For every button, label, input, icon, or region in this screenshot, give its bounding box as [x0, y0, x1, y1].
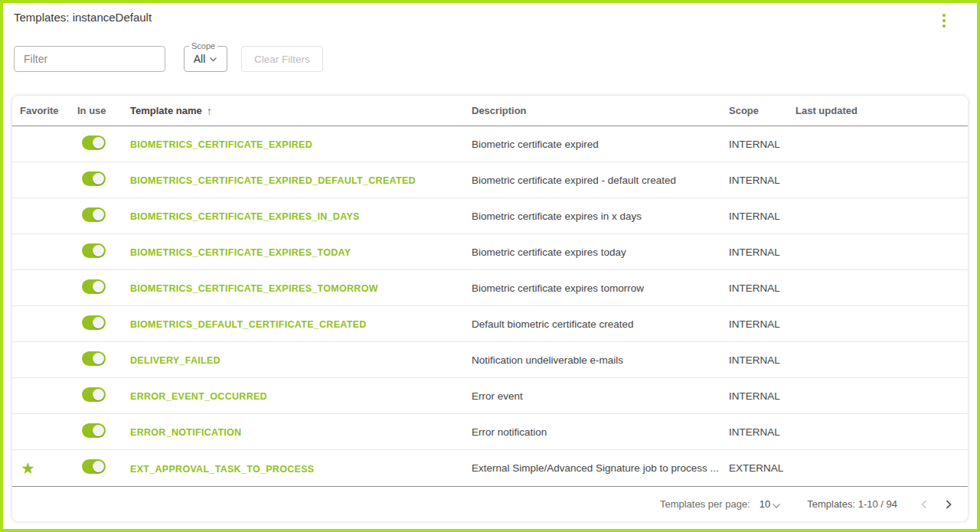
- favorite-cell: [20, 387, 77, 404]
- row-description: Biometric certificate expired - default …: [472, 175, 729, 186]
- column-header-scope: Scope: [729, 105, 795, 116]
- row-description: Error notification: [472, 426, 729, 438]
- row-scope: EXTERNAL: [729, 462, 795, 474]
- clear-filters-button[interactable]: Clear Filters: [241, 46, 323, 72]
- per-page-label: Templates per page:: [660, 498, 750, 510]
- row-description: Notification undeliverable e-mails: [472, 354, 729, 366]
- template-name-cell: BIOMETRICS_CERTIFICATE_EXPIRED_DEFAULT_C…: [130, 173, 472, 187]
- template-name-link[interactable]: EXT_APPROVAL_TASK_TO_PROCESS: [130, 464, 314, 475]
- in-use-cell: [77, 243, 130, 261]
- favorite-cell: [20, 351, 77, 368]
- previous-page-button[interactable]: [917, 496, 931, 513]
- in-use-cell: [77, 351, 130, 369]
- toggle-knob-icon: [93, 173, 104, 184]
- table-row: ERROR_NOTIFICATION Error notification IN…: [12, 414, 968, 450]
- kebab-dot-icon: [942, 14, 946, 17]
- in-use-toggle[interactable]: [82, 423, 106, 438]
- per-page-select[interactable]: 10: [760, 498, 781, 510]
- template-name-link[interactable]: BIOMETRICS_CERTIFICATE_EXPIRES_IN_DAYS: [130, 211, 360, 222]
- table-row: BIOMETRICS_CERTIFICATE_EXPIRED Biometric…: [12, 126, 968, 162]
- chevron-left-icon: [920, 499, 928, 510]
- template-name-cell: EXT_APPROVAL_TASK_TO_PROCESS: [130, 462, 472, 475]
- toggle-knob-icon: [93, 389, 104, 400]
- in-use-toggle[interactable]: [82, 279, 106, 294]
- table-row: DELIVERY_FAILED Notification undeliverab…: [12, 342, 968, 378]
- row-description: Error event: [472, 390, 729, 402]
- table-row: BIOMETRICS_DEFAULT_CERTIFICATE_CREATED D…: [12, 306, 968, 342]
- row-description: Biometric certificate expires today: [472, 246, 729, 258]
- kebab-menu-button[interactable]: [940, 11, 948, 30]
- scope-select-label: Scope: [189, 41, 217, 51]
- favorite-cell: [20, 243, 77, 260]
- in-use-toggle[interactable]: [82, 171, 106, 186]
- scope-select[interactable]: Scope All: [184, 46, 227, 72]
- table-row: BIOMETRICS_CERTIFICATE_EXPIRED_DEFAULT_C…: [12, 162, 968, 198]
- row-description: Default biometric certificate created: [472, 318, 729, 330]
- toggle-knob-icon: [93, 209, 104, 220]
- row-description: External Simple/Advanced Signature job t…: [472, 462, 729, 474]
- column-header-favorite: Favorite: [20, 105, 77, 116]
- in-use-toggle[interactable]: [82, 243, 106, 258]
- favorite-cell: [20, 423, 77, 440]
- template-name-link[interactable]: BIOMETRICS_CERTIFICATE_EXPIRES_TODAY: [130, 247, 351, 258]
- table-row: BIOMETRICS_CERTIFICATE_EXPIRES_TODAY Bio…: [12, 234, 968, 270]
- favorite-cell: [20, 315, 77, 332]
- page-range-label: Templates: 1-10 / 94: [807, 498, 897, 510]
- row-scope: INTERNAL: [729, 246, 795, 258]
- row-description: Biometric certificate expired: [472, 139, 729, 150]
- column-header-description: Description: [472, 105, 729, 116]
- row-scope: INTERNAL: [729, 282, 795, 294]
- table-row: ★ EXT_APPROVAL_TASK_TO_PROCESS External …: [12, 450, 968, 486]
- template-name-link[interactable]: BIOMETRICS_CERTIFICATE_EXPIRES_TOMORROW: [130, 283, 378, 294]
- template-name-link[interactable]: ERROR_EVENT_OCCURRED: [130, 391, 267, 402]
- template-name-link[interactable]: BIOMETRICS_DEFAULT_CERTIFICATE_CREATED: [130, 319, 367, 330]
- favorite-cell: [20, 279, 77, 296]
- chevron-down-icon: [772, 503, 781, 509]
- table-row: ERROR_EVENT_OCCURRED Error event INTERNA…: [12, 378, 968, 414]
- in-use-toggle[interactable]: [82, 315, 106, 330]
- row-scope: INTERNAL: [729, 211, 795, 222]
- template-name-cell: BIOMETRICS_CERTIFICATE_EXPIRES_IN_DAYS: [130, 209, 472, 223]
- favorite-cell: [20, 171, 77, 188]
- row-description: Biometric certificate expires tomorrow: [472, 282, 729, 294]
- kebab-dot-icon: [942, 24, 946, 28]
- in-use-cell: [77, 387, 130, 405]
- in-use-toggle[interactable]: [82, 207, 106, 222]
- template-name-cell: DELIVERY_FAILED: [130, 353, 472, 367]
- row-scope: INTERNAL: [729, 318, 795, 330]
- in-use-toggle[interactable]: [82, 135, 106, 150]
- table-row: BIOMETRICS_CERTIFICATE_EXPIRES_TOMORROW …: [12, 270, 968, 306]
- filter-input[interactable]: [14, 46, 165, 72]
- in-use-toggle[interactable]: [82, 459, 106, 474]
- favorite-star-icon[interactable]: ★: [21, 459, 35, 477]
- in-use-cell: [77, 171, 130, 189]
- template-name-cell: ERROR_NOTIFICATION: [130, 425, 472, 439]
- in-use-cell: [77, 315, 130, 333]
- kebab-dot-icon: [942, 19, 946, 22]
- template-name-cell: BIOMETRICS_CERTIFICATE_EXPIRES_TOMORROW: [130, 281, 472, 295]
- in-use-toggle[interactable]: [82, 351, 106, 366]
- column-header-template-name[interactable]: Template name ↑: [130, 105, 472, 117]
- page-title: Templates: instanceDefault: [14, 11, 940, 24]
- chevron-down-icon: [209, 57, 217, 62]
- template-name-link[interactable]: ERROR_NOTIFICATION: [130, 427, 241, 438]
- template-name-link[interactable]: BIOMETRICS_CERTIFICATE_EXPIRED_DEFAULT_C…: [130, 175, 416, 186]
- pagination-bar: Templates per page: 10 Templates: 1-10 /…: [12, 486, 968, 521]
- in-use-cell: [77, 423, 130, 441]
- toggle-knob-icon: [93, 461, 104, 472]
- table-body: BIOMETRICS_CERTIFICATE_EXPIRED Biometric…: [12, 126, 968, 486]
- table-row: BIOMETRICS_CERTIFICATE_EXPIRES_IN_DAYS B…: [12, 198, 968, 234]
- row-scope: INTERNAL: [729, 175, 795, 186]
- next-page-button[interactable]: [942, 496, 956, 513]
- in-use-cell: [77, 207, 130, 225]
- toggle-knob-icon: [93, 425, 104, 436]
- scope-select-value: All: [194, 53, 206, 65]
- toggle-knob-icon: [93, 317, 104, 328]
- in-use-toggle[interactable]: [82, 387, 106, 402]
- toggle-knob-icon: [93, 137, 104, 149]
- row-scope: INTERNAL: [729, 139, 795, 150]
- row-scope: INTERNAL: [729, 354, 795, 366]
- template-name-link[interactable]: DELIVERY_FAILED: [130, 355, 220, 366]
- template-name-link[interactable]: BIOMETRICS_CERTIFICATE_EXPIRED: [130, 139, 312, 150]
- template-name-cell: ERROR_EVENT_OCCURRED: [130, 389, 472, 403]
